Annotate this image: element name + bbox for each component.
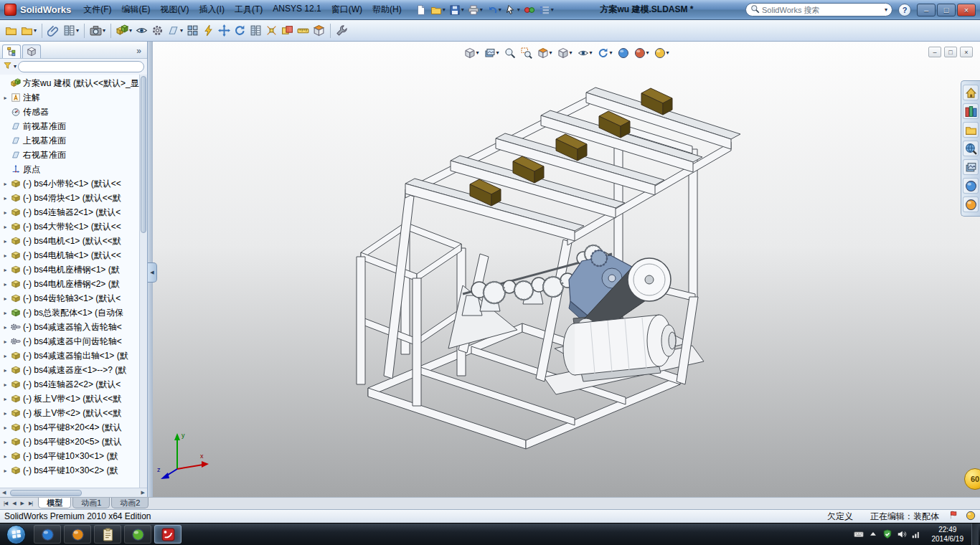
tree-item[interactable]: 原点 xyxy=(0,162,139,176)
screen-capture-button[interactable]: ▾ xyxy=(88,23,107,38)
tree-item[interactable]: ▸(-) bs4平键8×20<4> (默认 xyxy=(0,420,139,435)
file-explorer-button[interactable] xyxy=(963,122,979,138)
reference-geometry-button[interactable]: ▾ xyxy=(166,23,184,38)
window-minimize-button[interactable]: – xyxy=(917,4,936,16)
quick-tips-icon-slot[interactable] xyxy=(966,511,976,523)
tray-network-icon[interactable] xyxy=(911,529,921,539)
hide-show-components-button[interactable] xyxy=(134,23,149,38)
measure-button[interactable] xyxy=(296,23,311,38)
panel-splitter[interactable]: ◀ xyxy=(148,42,153,497)
tree-item[interactable]: 传感器 xyxy=(0,105,139,119)
tree-expander-icon[interactable]: ▸ xyxy=(2,410,9,417)
tree-expander-icon[interactable]: ▸ xyxy=(2,453,9,460)
select-button[interactable]: ▾ xyxy=(504,3,522,17)
start-button[interactable] xyxy=(6,525,26,544)
exploded-view-button[interactable] xyxy=(264,23,279,38)
zoom-to-fit-button[interactable] xyxy=(502,46,517,60)
graphics-area[interactable]: y x z ▾▾▾▾▾▾▾▾ –□× 60 xyxy=(153,42,980,497)
tree-expander-icon[interactable]: ▸ xyxy=(2,367,9,374)
document-close-button[interactable]: × xyxy=(960,47,973,57)
tree-expander-icon[interactable]: ▸ xyxy=(2,468,9,474)
display-style-button[interactable]: ▾ xyxy=(555,46,573,60)
tree-expander-icon[interactable]: ▸ xyxy=(2,382,9,388)
tree-item[interactable]: ▸(-) bs4电机座槽钢<2> (默 xyxy=(0,277,139,291)
tray-input-icon[interactable] xyxy=(854,529,864,539)
tree-item[interactable]: ▸(-) bs4减速器中间齿轮轴< xyxy=(0,334,139,349)
smart-fasteners-button[interactable] xyxy=(201,23,216,38)
tree-item[interactable]: ▸(-) 板上V带<1> (默认<<默 xyxy=(0,392,139,406)
ansys-menu[interactable]: ANSYS 12.1 xyxy=(268,1,326,19)
configuration-manager-tab[interactable] xyxy=(22,44,41,58)
scrollbar-thumb[interactable] xyxy=(141,76,146,233)
new-document-button[interactable] xyxy=(414,3,428,17)
tree-item[interactable]: ▸(-) bs4连轴器2<1> (默认< xyxy=(0,205,139,219)
tree-item[interactable]: 右视基准面 xyxy=(0,148,139,162)
tree-expander-icon[interactable]: ▸ xyxy=(2,252,9,259)
search-results-button[interactable] xyxy=(963,141,979,156)
window-menu[interactable]: 窗口(W) xyxy=(326,1,367,19)
open-recent-button[interactable]: ▾ xyxy=(19,23,38,38)
scroll-left-button[interactable]: ◀ xyxy=(0,490,8,496)
panel-expand-button[interactable]: » xyxy=(136,46,145,58)
tree-root-item[interactable]: 方案wu 建模 (默认<<默认>_显 xyxy=(0,76,139,90)
tree-expander-icon[interactable]: ▸ xyxy=(2,224,9,230)
open-button[interactable]: ▾ xyxy=(429,3,447,17)
document-minimize-button[interactable]: – xyxy=(928,47,941,57)
window-restore-button[interactable]: □ xyxy=(937,4,956,16)
zoom-to-area-button[interactable] xyxy=(519,46,533,60)
assembly-features-button[interactable] xyxy=(150,23,165,38)
tree-item[interactable]: ▸(-) bs4平键10×30<2> (默 xyxy=(0,463,139,478)
taskbar-liebao-browser-button[interactable] xyxy=(124,525,151,544)
scroll-right-button[interactable]: ▶ xyxy=(139,490,147,496)
tree-expander-icon[interactable]: ▸ xyxy=(2,396,9,402)
tree-expander-icon[interactable]: ▸ xyxy=(2,439,9,445)
component-preview-button[interactable]: ▾ xyxy=(62,23,80,38)
tray-volume-icon[interactable] xyxy=(897,529,907,539)
tree-item[interactable]: 前视基准面 xyxy=(0,119,139,133)
custom-properties-button[interactable] xyxy=(963,196,979,212)
tree-expander-icon[interactable]: ▸ xyxy=(2,195,9,202)
hide-show-items-button[interactable]: ▾ xyxy=(576,46,594,60)
tools-menu[interactable]: 工具(T) xyxy=(230,1,268,19)
view-menu[interactable]: 视图(V) xyxy=(156,1,194,19)
solidworks-resources-button[interactable] xyxy=(963,85,979,100)
move-component-button[interactable] xyxy=(217,23,232,38)
tree-expander-icon[interactable]: ▸ xyxy=(2,310,9,316)
taskbar-notes-button[interactable] xyxy=(94,525,121,544)
design-library-button[interactable] xyxy=(963,103,979,119)
model-tab[interactable]: 模型 xyxy=(38,498,71,508)
edit-menu[interactable]: 编辑(E) xyxy=(117,1,156,19)
motion-study-button[interactable]: ▾ xyxy=(596,46,614,60)
tree-item[interactable]: ▸(-) bs4大带轮<1> (默认<< xyxy=(0,219,139,234)
appearances-scenes-button[interactable] xyxy=(963,178,979,194)
tree-expander-icon[interactable]: ▸ xyxy=(2,267,9,273)
taskbar-clock[interactable]: 22:49 2014/6/19 xyxy=(932,525,964,544)
taskbar-solidworks-button[interactable] xyxy=(154,525,182,544)
tab-scroll-first-button[interactable]: |◀ xyxy=(1,500,9,507)
tree-vertical-scrollbar[interactable] xyxy=(139,75,147,488)
tree-item[interactable]: ▸(-) bs4减速器输入齿轮轴< xyxy=(0,320,139,334)
tree-item[interactable]: ▸(-) bs4小带轮<1> (默认<< xyxy=(0,176,139,191)
scrollbar-thumb[interactable] xyxy=(10,490,81,496)
toolbox-button[interactable] xyxy=(334,23,349,38)
tree-expander-icon[interactable]: ▸ xyxy=(2,95,9,101)
tree-item[interactable]: ▸(-) bs4电机座槽钢<1> (默 xyxy=(0,262,139,277)
tree-expander-icon[interactable]: ▸ xyxy=(2,209,9,216)
apply-scene-button[interactable]: ▾ xyxy=(633,46,651,60)
tab-scroll-prev-button[interactable]: ◀ xyxy=(10,500,17,507)
tree-item[interactable]: ▸(-) bs4齿轮轴3<1> (默认< xyxy=(0,291,139,305)
search-dropdown-arrow[interactable]: ▾ xyxy=(885,7,887,13)
undo-button[interactable]: ▾ xyxy=(485,3,503,17)
view-settings-button[interactable]: ▾ xyxy=(653,46,671,60)
tree-item[interactable]: 上视基准面 xyxy=(0,133,139,148)
insert-component-button[interactable]: ▾ xyxy=(115,23,133,38)
mass-properties-button[interactable] xyxy=(311,23,326,38)
search-input[interactable] xyxy=(762,6,882,14)
mate-button[interactable] xyxy=(46,23,61,38)
save-button[interactable]: ▾ xyxy=(448,3,466,17)
options-button[interactable]: ▾ xyxy=(537,3,555,17)
show-desktop-button[interactable] xyxy=(971,523,979,545)
rebuild-button[interactable] xyxy=(522,3,537,17)
view-orientation-button[interactable]: ▾ xyxy=(462,46,480,60)
tray-security-icon[interactable] xyxy=(882,529,892,539)
